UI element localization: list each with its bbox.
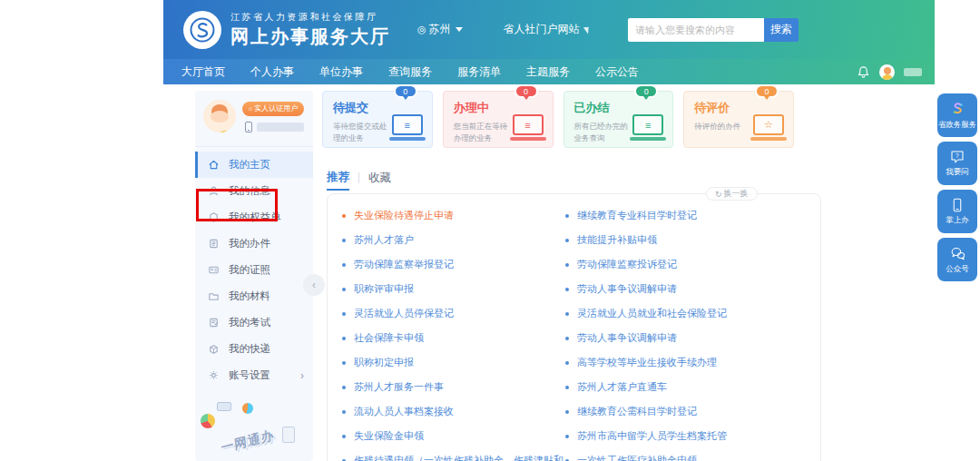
- card-to-submit[interactable]: 0 待提交 等待您提交或处理的业务: [322, 91, 433, 148]
- search-input[interactable]: [628, 18, 764, 42]
- service-link[interactable]: 苏州人才服务一件事: [342, 375, 572, 399]
- service-link[interactable]: 伤残待遇申领（一次性伤残补助金、伤残津贴和...: [342, 448, 572, 461]
- sidebar-item-label: 我的信息: [229, 184, 270, 198]
- service-link[interactable]: 社会保障卡申领: [342, 326, 572, 350]
- materials-icon: [208, 290, 220, 302]
- service-link[interactable]: 失业保险金申领: [342, 424, 572, 448]
- card-in-progress[interactable]: 0 办理中 您当前正在等待办理的业务: [443, 91, 554, 148]
- card-desc: 等待您提交或处理的业务: [333, 121, 387, 144]
- bullet-icon: [565, 263, 569, 267]
- service-link[interactable]: 苏州市高中留学人员学生档案托管: [565, 424, 727, 448]
- illustration: 一网通办: [195, 390, 313, 461]
- sidebar-item-my-home[interactable]: 我的主页: [195, 152, 313, 178]
- site-header: 江苏省人力资源和社会保障厅 网上办事服务大厅 苏州 省人社门户网站 搜索: [163, 0, 935, 59]
- service-link[interactable]: 灵活就业人员停保登记: [342, 301, 572, 326]
- count-badge: 0: [514, 84, 538, 98]
- sidebar-collapse-button[interactable]: [303, 274, 325, 296]
- wechat-icon: [949, 245, 966, 262]
- redacted-phone-number: [257, 123, 304, 132]
- service-link[interactable]: 继续教育公需科目学时登记: [565, 399, 727, 424]
- fab-ask[interactable]: ? 我要问: [937, 142, 977, 185]
- fab-gov-service[interactable]: 省政务服务: [937, 93, 977, 137]
- nav-item-personal[interactable]: 个人办事: [238, 59, 307, 84]
- nav-item-home[interactable]: 大厅首页: [169, 59, 238, 84]
- auth-status-badge: 实人认证用户: [242, 102, 304, 116]
- tab-recommend[interactable]: 推荐: [327, 170, 349, 191]
- service-link[interactable]: 职称初定申报: [342, 350, 572, 375]
- bullet-icon: [565, 312, 569, 316]
- settings-icon: [208, 369, 220, 381]
- bell-icon[interactable]: [857, 65, 870, 79]
- hrss-logo-icon: [183, 11, 221, 49]
- rights-icon: [208, 211, 220, 223]
- sidebar-item-my-delivery[interactable]: 我的快递: [195, 336, 313, 362]
- service-column-left: 失业保险待遇停止申请 苏州人才落户 劳动保障监察举报登记 职称评审申报 灵活就业…: [342, 203, 572, 461]
- service-link[interactable]: 劳动人事争议调解申请: [565, 326, 727, 350]
- count-badge: 0: [755, 84, 779, 98]
- service-link[interactable]: 劳动保障监察投诉登记: [565, 252, 727, 277]
- question-bubble-icon: ?: [949, 149, 965, 165]
- bullet-icon: [342, 435, 346, 438]
- card-desc: 您当前正在等待办理的业务: [454, 121, 508, 144]
- count-badge: 0: [634, 84, 658, 98]
- service-link[interactable]: 职称评审申报: [342, 277, 572, 301]
- user-icon: [208, 185, 220, 197]
- city-selector[interactable]: 苏州: [417, 22, 463, 37]
- tab-divider: [358, 172, 359, 183]
- sidebar-item-account-settings[interactable]: 账号设置 ›: [195, 362, 313, 388]
- card-completed[interactable]: 0 已办结 所有已经办完的业务查询: [564, 91, 674, 148]
- provincial-portal-link[interactable]: 省人社门户网站: [504, 22, 590, 37]
- search-button[interactable]: 搜索: [764, 18, 799, 42]
- avatar[interactable]: [203, 100, 236, 132]
- service-link[interactable]: 一次性工伤医疗补助金申领: [565, 448, 727, 461]
- fab-label: 公众号: [946, 264, 969, 275]
- service-link[interactable]: 技能提升补贴申领: [565, 228, 727, 252]
- pie-chart-decoration: [242, 403, 253, 414]
- sidebar-item-my-certificates[interactable]: 我的证照: [195, 257, 313, 283]
- card-desc: 待评价的办件: [694, 121, 749, 132]
- bullet-icon: [565, 435, 569, 438]
- fab-mobile[interactable]: 掌上办: [937, 190, 977, 233]
- nav-item-service-list[interactable]: 服务清单: [445, 59, 514, 84]
- service-link[interactable]: 继续教育专业科目学时登记: [565, 203, 727, 228]
- sidebar-item-label: 我的办件: [229, 237, 270, 250]
- service-link[interactable]: 劳动保障监察举报登记: [342, 252, 572, 277]
- redacted-username: [904, 68, 922, 76]
- sidebar-item-my-files[interactable]: 我的办件: [195, 230, 313, 257]
- user-avatar[interactable]: [879, 64, 895, 80]
- document-decoration: [282, 427, 295, 443]
- bullet-icon: [342, 214, 346, 218]
- refresh-button[interactable]: 换一换: [706, 187, 758, 201]
- tab-favorites[interactable]: 收藏: [368, 171, 391, 190]
- cursor-icon: [583, 25, 591, 34]
- sidebar-item-my-info[interactable]: 我的信息: [195, 178, 313, 204]
- nav-item-notice[interactable]: 公示公告: [583, 59, 652, 84]
- laptop-lines-icon: [389, 114, 426, 141]
- sidebar-item-my-rights[interactable]: 我的权益单: [195, 204, 313, 230]
- service-link[interactable]: 高等学校等毕业生接收手续办理: [565, 350, 727, 375]
- card-to-evaluate[interactable]: 0 待评价 待评价的办件: [683, 91, 794, 148]
- bullet-icon: [565, 288, 569, 291]
- count-badge: 0: [394, 84, 417, 98]
- fab-wechat[interactable]: 公众号: [937, 238, 977, 281]
- home-icon: [208, 159, 220, 171]
- sidebar-item-label: 我的考试: [229, 316, 270, 329]
- service-link[interactable]: 失业保险待遇停止申请: [342, 203, 572, 228]
- chevron-right-icon: ›: [300, 369, 304, 382]
- service-list-panel: 失业保险待遇停止申请 苏州人才落户 劳动保障监察举报登记 职称评审申报 灵活就业…: [327, 193, 821, 461]
- nav-item-query[interactable]: 查询服务: [376, 59, 445, 84]
- service-link[interactable]: 苏州人才落户: [342, 228, 572, 252]
- bullet-icon: [342, 239, 346, 242]
- user-section: 实人认证用户: [195, 91, 313, 147]
- chevron-down-icon: [456, 27, 463, 32]
- svg-text:?: ?: [956, 152, 959, 159]
- nav-item-unit[interactable]: 单位办事: [307, 59, 376, 84]
- service-link[interactable]: 流动人员人事档案接收: [342, 399, 572, 424]
- fab-label: 掌上办: [946, 215, 969, 226]
- sidebar-item-my-exams[interactable]: 我的考试: [195, 309, 313, 336]
- sidebar-item-my-materials[interactable]: 我的材料: [195, 283, 313, 309]
- service-link[interactable]: 劳动人事争议调解申请: [565, 277, 727, 301]
- nav-item-theme[interactable]: 主题服务: [514, 59, 583, 84]
- service-link[interactable]: 灵活就业人员就业和社会保险登记: [565, 301, 727, 326]
- service-link[interactable]: 苏州人才落户直通车: [565, 375, 727, 399]
